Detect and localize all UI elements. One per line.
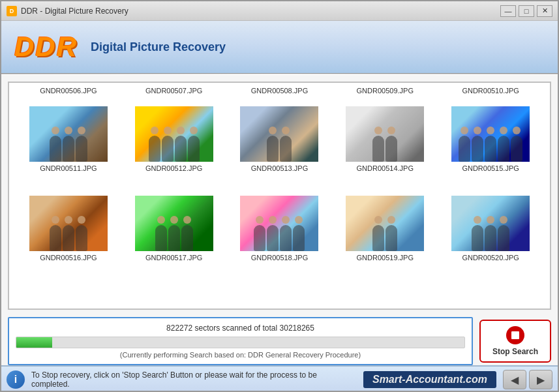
row1-labels: GNDR00506.JPG GNDR00507.JPG GNDR00508.JP…: [9, 83, 550, 95]
progress-title: 822272 sectors scanned of total 30218265: [16, 324, 465, 333]
list-item[interactable]: GNDR00515.JPG: [438, 101, 543, 177]
list-item[interactable]: GNDR00518.JPG: [227, 190, 333, 267]
progress-box: 822272 sectors scanned of total 30218265…: [8, 317, 473, 365]
image-label: GNDR00518.JPG: [251, 254, 308, 262]
info-icon: i: [7, 370, 25, 389]
label-r1c2: GNDR00507.JPG: [121, 87, 227, 95]
prev-button[interactable]: ◀: [503, 370, 526, 389]
thumbnail: [29, 106, 108, 162]
image-label: GNDR00511.JPG: [40, 164, 97, 172]
status-bar: i To Stop recovery, click on 'Stop Searc…: [1, 365, 558, 392]
list-item[interactable]: GNDR00516.JPG: [16, 190, 121, 267]
image-label: GNDR00512.JPG: [145, 164, 202, 172]
thumbnail: [240, 106, 318, 162]
list-item[interactable]: GNDR00520.JPG: [438, 190, 543, 267]
label-r1c3: GNDR00508.JPG: [227, 87, 333, 95]
list-item[interactable]: GNDR00517.JPG: [121, 190, 227, 267]
list-item[interactable]: GNDR00514.JPG: [332, 101, 438, 177]
list-item[interactable]: GNDR00519.JPG: [332, 190, 438, 267]
app-title: Digital Picture Recovery: [91, 40, 226, 54]
label-r1c4: GNDR00509.JPG: [332, 87, 438, 95]
title-bar-controls: — □ ✕: [500, 5, 552, 17]
stop-icon: [506, 326, 524, 344]
image-grid-container[interactable]: GNDR00506.JPG GNDR00507.JPG GNDR00508.JP…: [8, 82, 551, 310]
thumbnail: [451, 196, 530, 251]
maximize-button[interactable]: □: [519, 5, 534, 17]
image-label: GNDR00513.JPG: [251, 164, 308, 172]
stop-search-label: Stop Search: [492, 347, 538, 356]
brand-badge: Smart-Accountant.com: [363, 371, 496, 388]
image-label: GNDR00514.JPG: [357, 164, 414, 172]
image-label: GNDR00520.JPG: [462, 254, 519, 262]
image-label: GNDR00519.JPG: [357, 254, 414, 262]
list-item[interactable]: GNDR00512.JPG: [121, 101, 227, 177]
label-r1c5: GNDR00510.JPG: [438, 87, 543, 95]
app-icon: D: [7, 6, 17, 16]
progress-area: 822272 sectors scanned of total 30218265…: [1, 316, 558, 365]
title-bar: D DDR - Digital Picture Recovery — □ ✕: [1, 1, 558, 21]
image-label: GNDR00516.JPG: [40, 254, 97, 262]
image-grid-row2: GNDR00511.JPG GNDR00512.JPG GNDR00513.JP…: [9, 95, 550, 184]
close-button[interactable]: ✕: [537, 5, 552, 17]
image-label: GNDR00517.JPG: [145, 254, 202, 262]
label-r1c1: GNDR00506.JPG: [16, 87, 121, 95]
thumbnail: [346, 106, 424, 162]
title-bar-left: D DDR - Digital Picture Recovery: [7, 6, 128, 16]
main-content: GNDR00506.JPG GNDR00507.JPG GNDR00508.JP…: [1, 75, 558, 316]
list-item[interactable]: GNDR00513.JPG: [227, 101, 333, 177]
window-title: DDR - Digital Picture Recovery: [21, 7, 128, 16]
stop-square: [511, 331, 519, 339]
nav-buttons: ◀ ▶: [503, 370, 552, 389]
image-label: GNDR00515.JPG: [462, 164, 519, 172]
thumbnail: [451, 106, 530, 162]
progress-bar-container: [16, 337, 465, 348]
thumbnail: [135, 196, 213, 251]
thumbnail: [135, 106, 213, 162]
progress-bar-fill: [16, 337, 52, 348]
minimize-button[interactable]: —: [500, 5, 516, 17]
ddr-logo: DDR: [14, 31, 78, 63]
progress-subtitle: (Currently performing Search based on: D…: [16, 351, 465, 359]
app-header: DDR Digital Picture Recovery: [1, 21, 558, 73]
image-grid-row3: GNDR00516.JPG GNDR00517.JPG GNDR00518.JP…: [9, 184, 550, 273]
thumbnail: [29, 196, 108, 251]
thumbnail: [240, 196, 318, 251]
thumbnail: [346, 196, 424, 251]
list-item[interactable]: GNDR00511.JPG: [16, 101, 121, 177]
status-message: To Stop recovery, click on 'Stop Search'…: [31, 370, 357, 389]
next-button[interactable]: ▶: [529, 370, 552, 389]
stop-search-button[interactable]: Stop Search: [479, 320, 551, 363]
